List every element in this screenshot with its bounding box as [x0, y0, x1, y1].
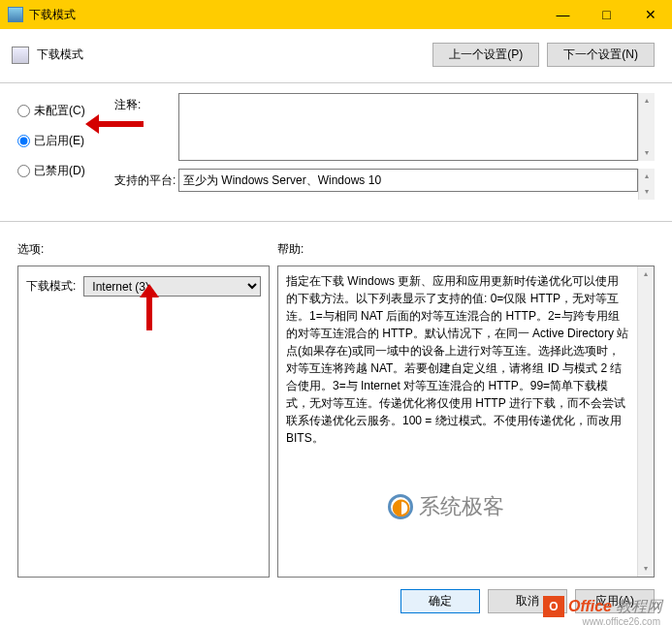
download-mode-select[interactable]: Internet (3) [83, 276, 261, 297]
radio-column: 未配置(C) 已启用(E) 已禁用(D) [17, 93, 114, 207]
radio-enabled-label: 已启用(E) [34, 133, 84, 149]
scroll-up-icon: ▴ [639, 93, 655, 109]
radio-disabled-input[interactable] [17, 165, 30, 177]
help-label: 帮助: [277, 241, 304, 258]
help-panel: 指定在下载 Windows 更新、应用和应用更新时传递优化可以使用的下载方法。以… [277, 266, 655, 578]
app-icon [8, 7, 23, 22]
lower-panels: 下载模式: Internet (3) 指定在下载 Windows 更新、应用和应… [0, 266, 672, 578]
radio-not-configured-input[interactable] [17, 105, 30, 117]
header: 下载模式 上一个设置(P) 下一个设置(N) [0, 29, 672, 77]
next-setting-button[interactable]: 下一个设置(N) [547, 43, 655, 67]
footer-buttons: 确定 取消 应用(A) [400, 589, 655, 613]
minimize-button[interactable]: — [541, 0, 585, 29]
comment-row: 注释: ▴ ▾ [114, 93, 655, 161]
section-labels: 选项: 帮助: [0, 241, 672, 258]
comment-scrollbar[interactable]: ▴ ▾ [638, 93, 655, 161]
watermark-office-url: www.office26.com [583, 616, 660, 625]
maximize-button[interactable]: □ [585, 0, 628, 29]
help-scrollbar[interactable]: ▴ ▾ [637, 266, 654, 577]
scroll-down-icon: ▾ [639, 184, 655, 200]
scroll-up-icon: ▴ [639, 169, 655, 184]
options-panel: 下载模式: Internet (3) [17, 266, 270, 578]
cancel-button[interactable]: 取消 [488, 589, 567, 613]
radio-enabled-input[interactable] [17, 135, 30, 147]
close-button[interactable]: ✕ [628, 0, 672, 29]
comment-label: 注释: [114, 93, 178, 161]
scroll-up-icon: ▴ [638, 266, 654, 282]
apply-button[interactable]: 应用(A) [575, 589, 655, 613]
radio-disabled[interactable]: 已禁用(D) [17, 163, 114, 179]
radio-disabled-label: 已禁用(D) [34, 163, 85, 179]
platform-value: 至少为 Windows Server、Windows 10 [178, 169, 638, 192]
scroll-down-icon: ▾ [639, 145, 655, 161]
divider [0, 82, 672, 83]
prev-setting-button[interactable]: 上一个设置(P) [432, 43, 539, 67]
policy-title: 下载模式 [37, 47, 425, 63]
config-area: 未配置(C) 已启用(E) 已禁用(D) 注释: ▴ ▾ 支持的平台: 至少为 … [0, 93, 672, 207]
platform-label: 支持的平台: [114, 169, 178, 200]
divider [0, 221, 672, 222]
policy-icon [12, 47, 29, 64]
download-mode-label: 下载模式: [26, 278, 76, 295]
options-label: 选项: [17, 241, 277, 258]
ok-button[interactable]: 确定 [400, 589, 480, 613]
platform-row: 支持的平台: 至少为 Windows Server、Windows 10 ▴ ▾ [114, 169, 655, 200]
help-text: 指定在下载 Windows 更新、应用和应用更新时传递优化可以使用的下载方法。以… [278, 266, 637, 577]
radio-not-configured[interactable]: 未配置(C) [17, 103, 114, 119]
radio-enabled[interactable]: 已启用(E) [17, 133, 114, 149]
comment-input[interactable] [178, 93, 638, 161]
platform-scrollbar[interactable]: ▴ ▾ [638, 169, 655, 200]
fields-column: 注释: ▴ ▾ 支持的平台: 至少为 Windows Server、Window… [114, 93, 655, 207]
radio-not-configured-label: 未配置(C) [34, 103, 85, 119]
window-title: 下载模式 [29, 7, 541, 23]
scroll-down-icon: ▾ [638, 561, 654, 577]
titlebar: 下载模式 — □ ✕ [0, 0, 672, 29]
